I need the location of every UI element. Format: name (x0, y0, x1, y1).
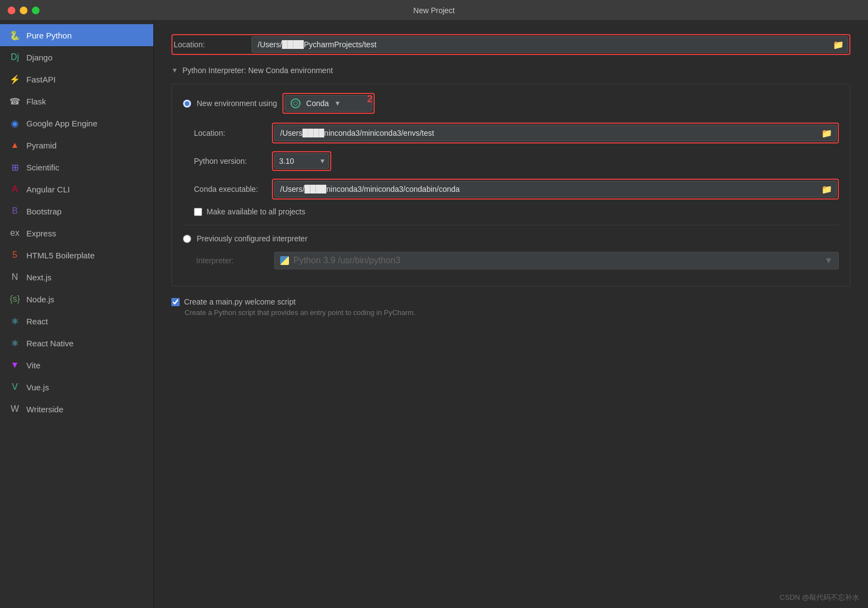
sidebar-item-writerside[interactable]: WWriterside (0, 398, 153, 420)
conda-location-highlight-wrapper: 3 📁 (272, 123, 839, 143)
conda-location-input[interactable] (274, 125, 837, 141)
location-label: Location: (174, 40, 245, 49)
new-env-radio[interactable] (183, 100, 191, 108)
python-version-label: Python version: (194, 157, 265, 165)
make-available-label: Make available to all projects (207, 207, 305, 216)
sidebar-item-flask[interactable]: ☎Flask (0, 90, 153, 112)
location-highlight-box: 1 Location: 📁 (171, 34, 850, 55)
nodejs-icon: {s} (9, 293, 21, 305)
sidebar-item-angular-cli[interactable]: AAngular CLI (0, 178, 153, 200)
django-icon: Dj (9, 51, 21, 63)
create-main-desc: Create a Python script that provides an … (171, 308, 850, 317)
scientific-icon: ⊞ (9, 161, 21, 173)
browse-icon[interactable]: 📁 (833, 40, 844, 50)
interpreter-section-header: ▼ Python Interpreter: New Conda environm… (171, 66, 850, 75)
sidebar-item-express[interactable]: exExpress (0, 222, 153, 244)
writerside-icon: W (9, 403, 21, 415)
conda-highlight-box: 2 Conda ▼ (282, 93, 375, 114)
conda-dropdown-arrow: ▼ (335, 100, 341, 107)
sidebar-item-scientific[interactable]: ⊞Scientific (0, 156, 153, 178)
sidebar-item-label-react: React (26, 317, 48, 326)
prev-configured-radio[interactable] (183, 235, 191, 243)
sidebar-item-vuejs[interactable]: VVue.js (0, 376, 153, 398)
interpreter-select-display[interactable]: Python 3.9 /usr/bin/python3 ▼ (274, 252, 839, 269)
sidebar-item-label-vite: Vite (26, 361, 41, 370)
new-env-label: New environment using (197, 99, 277, 108)
location-row: Location: 📁 (174, 36, 848, 53)
make-available-checkbox[interactable] (194, 208, 202, 216)
conda-select-wrapper: 2 Conda ▼ (282, 93, 375, 114)
sidebar-item-label-google-app-engine: Google App Engine (26, 119, 97, 128)
sidebar-item-google-app-engine[interactable]: ◉Google App Engine (0, 112, 153, 134)
watermark: CSDN @敲代码不忘补水 (780, 593, 859, 603)
sidebar-item-nextjs[interactable]: NNext.js (0, 266, 153, 288)
python-version-highlight-box: 4 3.10 3.9 3.8 3.11 ▼ (272, 151, 331, 171)
close-button[interactable] (8, 7, 15, 14)
html5-boilerplate-icon: 5 (9, 249, 21, 261)
conda-icon (291, 98, 301, 108)
python-version-select[interactable]: 3.10 3.9 3.8 3.11 (274, 153, 329, 169)
conda-exec-label: Conda executable: (194, 185, 265, 194)
sidebar-item-label-angular-cli: Angular CLI (26, 185, 70, 194)
pyramid-icon: ▲ (9, 139, 21, 151)
interpreter-label: Interpreter: (196, 256, 268, 265)
sidebar-item-fastapi[interactable]: ⚡FastAPI (0, 68, 153, 90)
window-title: New Project (413, 6, 454, 15)
main-container: 🐍Pure PythonDjDjango⚡FastAPI☎Flask◉Googl… (0, 21, 868, 608)
sidebar-item-bootstrap[interactable]: BBootstrap (0, 200, 153, 222)
bootstrap-icon: B (9, 205, 21, 217)
create-main-row: Create a main.py welcome script (171, 297, 850, 306)
conda-label: Conda (306, 99, 329, 108)
sidebar-item-label-express: Express (26, 229, 56, 238)
sidebar-item-react-native[interactable]: ⚛React Native (0, 332, 153, 354)
maximize-button[interactable] (32, 7, 40, 14)
interpreter-select-row: Interpreter: Python 3.9 /usr/bin/python3… (183, 252, 839, 269)
sidebar-item-label-html5-boilerplate: HTML5 Boilerplate (26, 251, 94, 260)
react-icon: ⚛ (9, 315, 21, 327)
prev-configured-row: Previously configured interpreter (183, 234, 839, 243)
conda-exec-input[interactable] (274, 181, 837, 197)
conda-dropdown[interactable]: Conda ▼ (285, 95, 372, 112)
conda-location-label: Location: (194, 129, 265, 137)
sidebar: 🐍Pure PythonDjDjango⚡FastAPI☎Flask◉Googl… (0, 21, 154, 608)
fastapi-icon: ⚡ (9, 73, 21, 85)
sidebar-item-label-bootstrap: Bootstrap (26, 207, 62, 216)
express-icon: ex (9, 227, 21, 239)
sidebar-item-vite[interactable]: ▼Vite (0, 354, 153, 376)
collapse-arrow[interactable]: ▼ (171, 67, 178, 74)
conda-location-browse-icon[interactable]: 📁 (821, 128, 832, 139)
vuejs-icon: V (9, 381, 21, 393)
nextjs-icon: N (9, 271, 21, 283)
sidebar-item-label-nextjs: Next.js (26, 273, 52, 282)
conda-exec-browse-icon[interactable]: 📁 (821, 184, 832, 195)
minimize-button[interactable] (20, 7, 27, 14)
conda-exec-row: Conda executable: 5 📁 (194, 179, 839, 200)
sidebar-item-pure-python[interactable]: 🐍Pure Python (0, 24, 153, 46)
location-input-wrapper: 📁 (252, 36, 848, 53)
sidebar-item-html5-boilerplate[interactable]: 5HTML5 Boilerplate (0, 244, 153, 266)
sidebar-item-label-fastapi: FastAPI (26, 75, 55, 84)
location-input[interactable] (252, 36, 848, 53)
vite-icon: ▼ (9, 359, 21, 371)
sidebar-item-label-flask: Flask (26, 97, 46, 106)
create-main-checkbox[interactable] (171, 298, 180, 306)
sidebar-item-pyramid[interactable]: ▲Pyramid (0, 134, 153, 156)
make-available-row: Make available to all projects (194, 207, 839, 216)
interpreter-value: Python 3.9 /usr/bin/python3 (293, 256, 400, 266)
interpreter-panel: New environment using 2 Conda ▼ (171, 84, 850, 286)
sidebar-item-nodejs[interactable]: {s}Node.js (0, 288, 153, 310)
python-version-row: Python version: 4 3.10 3.9 3.8 3.11 (194, 151, 839, 171)
pure-python-icon: 🐍 (9, 29, 21, 41)
sidebar-item-django[interactable]: DjDjango (0, 46, 153, 68)
window-controls (8, 7, 40, 14)
sidebar-item-label-nodejs: Node.js (26, 295, 54, 304)
prev-configured-label: Previously configured interpreter (197, 234, 308, 243)
conda-location-highlight-box: 3 📁 (272, 123, 839, 143)
sidebar-item-label-pyramid: Pyramid (26, 141, 57, 150)
location-section: 1 Location: 📁 (171, 34, 850, 55)
interpreter-select-wrapper: Python 3.9 /usr/bin/python3 ▼ (274, 252, 839, 269)
sidebar-item-react[interactable]: ⚛React (0, 310, 153, 332)
highlight-number-2: 2 (365, 93, 375, 105)
sidebar-item-label-writerside: Writerside (26, 405, 63, 414)
create-main-label: Create a main.py welcome script (184, 297, 296, 306)
